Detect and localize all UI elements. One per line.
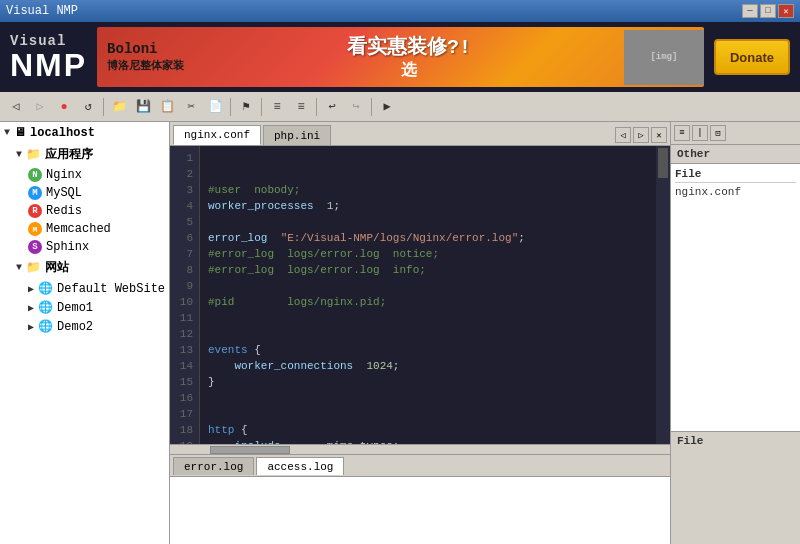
right-bottom-label: File [677,435,703,447]
sites-label: 网站 [45,259,69,276]
sidebar-item-memcached[interactable]: M Memcached [0,220,169,238]
horizontal-scrollbar[interactable] [170,444,670,454]
nginx-icon: N [28,168,42,182]
header: Visual NMP Boloni博洛尼整体家装 看实惠装修?! 选 [img]… [0,22,800,92]
content-area: nginx.conf php.ini ◁ ▷ ✕ 123456789101112… [170,122,670,544]
sidebar-item-demo2[interactable]: ▶ 🌐 Demo2 [0,317,169,336]
toolbar-cut-button[interactable]: ✂ [180,96,202,118]
tab-controls: ◁ ▷ ✕ [615,127,667,145]
demo1-expand-icon: ▶ [28,302,34,314]
title-bar: Visual NMP — □ ✕ [0,0,800,22]
redis-icon: R [28,204,42,218]
tab-scroll-left-button[interactable]: ◁ [615,127,631,143]
memcached-label: Memcached [46,222,111,236]
tab-bar: nginx.conf php.ini ◁ ▷ ✕ [170,122,670,146]
sites-expand-icon: ▼ [16,262,22,273]
server-icon: 🖥 [14,125,26,140]
apps-label: 应用程序 [45,146,93,163]
sidebar-server-node[interactable]: ▼ 🖥 localhost [0,122,169,143]
title-bar-left: Visual NMP [6,4,78,18]
h-scroll-thumb[interactable] [210,446,290,454]
server-label: localhost [30,126,95,140]
toolbar-align-right-button[interactable]: ≡ [290,96,312,118]
right-toolbar-btn3[interactable]: ⊡ [710,125,726,141]
sphinx-icon: S [28,240,42,254]
line-numbers: 123456789101112131415161718192021222324 [170,146,200,444]
right-file-col1: File [675,168,701,180]
toolbar-separator-1 [103,98,104,116]
title-bar-buttons: — □ ✕ [742,4,794,18]
bottom-tab-access-log[interactable]: access.log [256,457,344,475]
demo2-globe-icon: 🌐 [38,319,53,334]
toolbar-refresh-button[interactable]: ↺ [77,96,99,118]
demo1-label: Demo1 [57,301,93,315]
bottom-section: error.log access.log [170,454,670,544]
logo-area: Visual NMP [10,33,87,81]
vertical-scrollbar[interactable] [656,146,670,444]
tab-php-ini[interactable]: php.ini [263,125,331,145]
apps-expand-icon: ▼ [16,149,22,160]
maximize-button[interactable]: □ [760,4,776,18]
sidebar-item-default-website[interactable]: ▶ 🌐 Default WebSite [0,279,169,298]
apps-folder-icon: 📁 [26,147,41,162]
right-panel: ≡ | ⊡ Other File nginx.conf File [670,122,800,544]
right-section-title: Other [671,145,800,164]
tab-scroll-right-button[interactable]: ▷ [633,127,649,143]
bottom-tab-error-log[interactable]: error.log [173,457,254,475]
toolbar-paste-button[interactable]: 📄 [204,96,226,118]
scrollbar-thumb[interactable] [658,148,668,178]
default-website-expand-icon: ▶ [28,283,34,295]
close-button[interactable]: ✕ [778,4,794,18]
tab-close-button[interactable]: ✕ [651,127,667,143]
right-toolbar-btn1[interactable]: ≡ [674,125,690,141]
sidebar-item-demo1[interactable]: ▶ 🌐 Demo1 [0,298,169,317]
right-file-item[interactable]: nginx.conf [675,185,796,199]
toolbar-save-button[interactable]: 💾 [132,96,154,118]
sidebar-item-sphinx[interactable]: S Sphinx [0,238,169,256]
memcached-icon: M [28,222,42,236]
ad-brand: Boloni博洛尼整体家装 [107,41,184,73]
mysql-label: MySQL [46,186,82,200]
minimize-button[interactable]: — [742,4,758,18]
toolbar-undo-button[interactable]: ↩ [321,96,343,118]
toolbar-align-left-button[interactable]: ≡ [266,96,288,118]
right-file-header: File [675,168,796,183]
sidebar-item-nginx[interactable]: N Nginx [0,166,169,184]
sidebar-item-redis[interactable]: R Redis [0,202,169,220]
toolbar-forward-button[interactable]: ▷ [29,96,51,118]
sidebar-item-mysql[interactable]: M MySQL [0,184,169,202]
demo2-expand-icon: ▶ [28,321,34,333]
toolbar-flag-button[interactable]: ⚑ [235,96,257,118]
right-toolbar-btn2[interactable]: | [692,125,708,141]
toolbar-back-button[interactable]: ◁ [5,96,27,118]
donate-button[interactable]: Donate [714,39,790,75]
bottom-log-content[interactable] [170,477,670,544]
sites-folder-icon: 📁 [26,260,41,275]
toolbar: ◁ ▷ ● ↺ 📁 💾 📋 ✂ 📄 ⚑ ≡ ≡ ↩ ↪ ▶ [0,92,800,122]
toolbar-separator-3 [261,98,262,116]
right-bottom-section: File [671,431,800,544]
demo1-globe-icon: 🌐 [38,300,53,315]
right-toolbar: ≡ | ⊡ [671,122,800,145]
demo2-label: Demo2 [57,320,93,334]
right-file-list: File nginx.conf [671,164,800,431]
toolbar-open-button[interactable]: 📁 [108,96,130,118]
tab-nginx-conf[interactable]: nginx.conf [173,125,261,145]
toolbar-separator-2 [230,98,231,116]
toolbar-copy-button[interactable]: 📋 [156,96,178,118]
toolbar-redo-button[interactable]: ↪ [345,96,367,118]
sidebar-sites-group[interactable]: ▼ 📁 网站 [0,256,169,279]
editor-container[interactable]: 123456789101112131415161718192021222324 … [170,146,670,444]
mysql-icon: M [28,186,42,200]
right-file-name: nginx.conf [675,186,741,198]
toolbar-separator-5 [371,98,372,116]
toolbar-stop-button[interactable]: ● [53,96,75,118]
code-content[interactable]: #user nobody; worker_processes 1; error_… [200,146,670,444]
sidebar-apps-group[interactable]: ▼ 📁 应用程序 [0,143,169,166]
default-website-label: Default WebSite [57,282,165,296]
ad-image: [img] [624,30,704,85]
nginx-label: Nginx [46,168,82,182]
toolbar-run-button[interactable]: ▶ [376,96,398,118]
redis-label: Redis [46,204,82,218]
sphinx-label: Sphinx [46,240,89,254]
